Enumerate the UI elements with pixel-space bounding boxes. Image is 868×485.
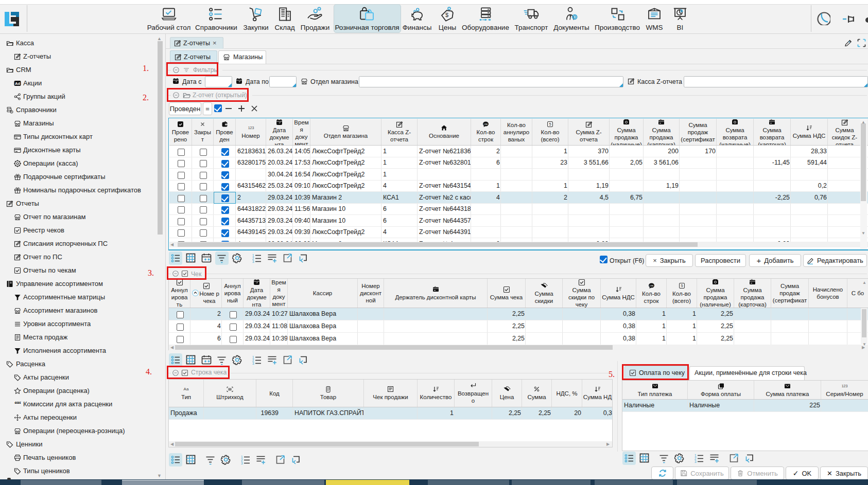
svg-text:3: 3 <box>241 461 243 465</box>
svg-text:5: 5 <box>549 122 551 127</box>
svg-text:Аа: Аа <box>184 387 189 391</box>
svg-text:Ad: Ad <box>15 81 20 86</box>
svg-text:LINE: LINE <box>649 284 654 286</box>
svg-text:“: “ <box>18 401 21 408</box>
svg-text:$: $ <box>445 12 448 18</box>
svg-text:5: 5 <box>681 283 683 288</box>
svg-text:LINE: LINE <box>484 123 489 125</box>
svg-text:3: 3 <box>695 460 697 463</box>
svg-text:123: 123 <box>842 384 848 388</box>
svg-text:3: 3 <box>252 362 254 365</box>
svg-text:3: 3 <box>252 260 254 263</box>
svg-text:123: 123 <box>248 126 254 130</box>
